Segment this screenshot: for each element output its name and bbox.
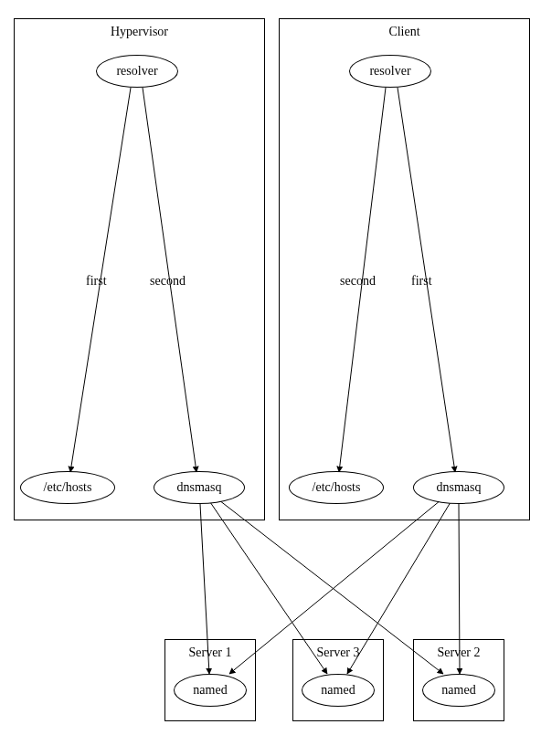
- node-c-etchosts: /etc/hosts: [289, 471, 384, 504]
- node-s3-named: named: [302, 674, 375, 707]
- edge-label-c-second: second: [340, 274, 376, 289]
- cluster-hypervisor: Hypervisor: [14, 18, 265, 520]
- cluster-client: Client: [279, 18, 530, 520]
- node-s3-named-label: named: [321, 683, 355, 698]
- cluster-server3-label: Server 3: [316, 646, 359, 660]
- node-c-resolver: resolver: [349, 55, 431, 88]
- node-s1-named-label: named: [193, 683, 227, 698]
- edge-label-h-first: first: [86, 274, 107, 289]
- node-h-dnsmasq-label: dnsmasq: [177, 480, 222, 495]
- cluster-hypervisor-label: Hypervisor: [111, 25, 168, 39]
- node-h-etchosts-label: /etc/hosts: [44, 480, 92, 495]
- cluster-client-label: Client: [388, 25, 419, 39]
- node-c-dnsmasq: dnsmasq: [413, 471, 504, 504]
- node-s2-named: named: [422, 674, 495, 707]
- node-h-resolver-label: resolver: [116, 64, 157, 79]
- node-h-dnsmasq: dnsmasq: [154, 471, 245, 504]
- node-s1-named: named: [174, 674, 247, 707]
- edge-label-h-second: second: [150, 274, 186, 289]
- edge-label-c-first: first: [411, 274, 432, 289]
- node-c-resolver-label: resolver: [369, 64, 410, 79]
- cluster-server1-label: Server 1: [188, 646, 231, 660]
- node-h-etchosts: /etc/hosts: [20, 471, 115, 504]
- node-c-dnsmasq-label: dnsmasq: [437, 480, 482, 495]
- node-c-etchosts-label: /etc/hosts: [313, 480, 361, 495]
- node-h-resolver: resolver: [96, 55, 178, 88]
- node-s2-named-label: named: [441, 683, 475, 698]
- cluster-server2-label: Server 2: [437, 646, 480, 660]
